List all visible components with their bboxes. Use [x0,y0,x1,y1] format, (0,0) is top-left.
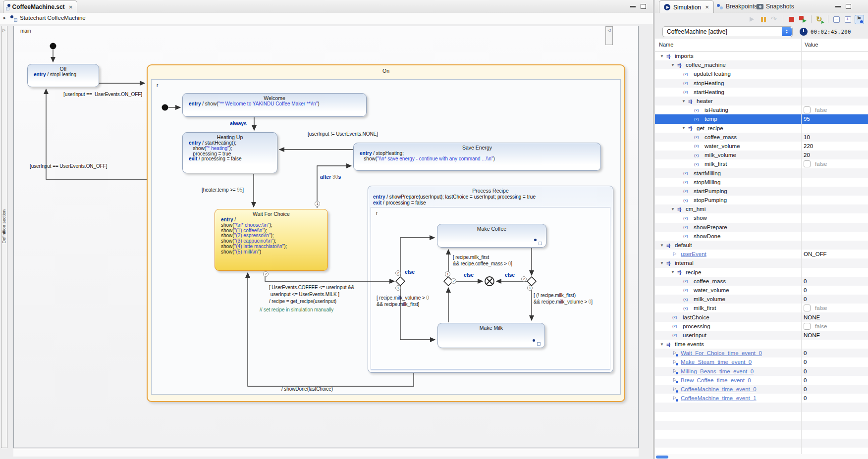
tree-row[interactable]: (x)userInputNONE [655,331,868,340]
scrollbar-thumb[interactable] [656,456,668,459]
tab-simulation[interactable]: Simulation ✕ [659,0,714,13]
diagram-comment[interactable]: // set recipe in simulation manually [260,307,333,312]
tree-row[interactable]: (x)milk_firstfalse [655,159,868,168]
tree-row[interactable]: (x)stopPumping [655,196,868,204]
transition-guard[interactable]: [ (! recipe.milk_first) [534,293,576,298]
transition-effect[interactable]: / showDone(lastChoice) [281,386,333,392]
checkbox[interactable] [804,106,811,113]
transition-guard[interactable]: userInput <= UserEvents.MILK ] [269,292,339,297]
tree-row[interactable]: (x)temp95 [655,114,868,123]
tree-row-name[interactable]: Milling_Beans_time_event_0 [681,368,754,374]
tree-row[interactable]: ▼≡}heater [655,97,868,105]
pause-icon[interactable] [759,15,768,24]
editor-tab[interactable]: CoffeeMachine.sct ✕ [3,0,77,13]
relaunch-icon[interactable] [815,15,824,24]
tree-row[interactable] [655,421,868,430]
collapse-all-icon[interactable] [832,15,841,24]
tree-expander-icon[interactable]: ▼ [682,126,688,130]
tree-row[interactable]: ▼≡}coffee_machine [655,60,868,69]
tree-expander-icon[interactable]: ▼ [671,270,677,274]
flyout-collapse-handle[interactable]: ◁ [605,26,613,45]
editor-hscrollbar[interactable] [13,449,639,457]
tree-row[interactable]: (x)updateHeating [655,69,868,78]
palette-expand-icon[interactable]: ▷ [2,28,5,32]
column-name[interactable]: Name [659,42,673,48]
transition-guard[interactable]: [heater.temp >= 95] [202,187,244,193]
tree-row[interactable]: ⚐Milling_Beans_time_event_00 [655,367,868,376]
transition-trigger[interactable]: always [230,120,247,126]
transition-guard[interactable]: [ recipe.milk_first [453,255,489,260]
transition-guard[interactable]: [userInput == UserEvents.ON_OFF] [30,163,107,169]
state-make-coffee[interactable]: Make Coffee [437,224,546,248]
tree-row[interactable]: (x)stopMilling [655,178,868,187]
tree-row[interactable]: ▼≡}default [655,241,868,250]
tree-row[interactable]: ▼≡}cm_hmi [655,204,868,213]
tree-row[interactable]: (x)lastChoiceNONE [655,312,868,321]
resume-icon[interactable] [747,15,757,24]
tree-row[interactable] [655,412,868,421]
tree-row[interactable]: (x)milk_volume0 [655,295,868,304]
tree-row[interactable]: (x)show [655,213,868,222]
tree-row[interactable]: ▼≡}internal [655,258,868,267]
maximize-icon[interactable] [846,4,851,9]
tree-row[interactable]: (x)startHeating [655,88,868,97]
tree-row[interactable]: (x)isHeatingfalse [655,105,868,114]
stop-icon[interactable] [787,15,796,24]
checkbox[interactable] [804,323,811,330]
tree-row[interactable]: ▼≡}recipe [655,268,868,277]
tree-row-name[interactable]: Brew_Coffee_time_event_0 [681,377,751,383]
tree-row[interactable]: ▼≡}imports [655,51,868,60]
tree-row[interactable]: (x)startMilling [655,168,868,177]
tab-breakpoints[interactable]: Breakpoints [716,0,757,13]
tree-expander-icon[interactable]: ▼ [660,261,666,265]
tree-row[interactable]: (x)showDone [655,232,868,241]
tree-row[interactable]: ⚐Wait_For_Choice_time_event_00 [655,349,868,357]
tree-row[interactable] [655,403,868,411]
tree-row[interactable]: (x)coffee_mass0 [655,277,868,286]
tree-row[interactable]: ▼≡}get_recipe [655,124,868,133]
tree-expander-icon[interactable]: ▼ [660,54,666,58]
tree-expander-icon[interactable]: ▼ [660,243,666,248]
session-select[interactable]: CoffeeMachine [active] ▲ ▼ [662,26,793,37]
state-welcome[interactable]: Welcome entry / show("** Welcome to YAKI… [182,93,367,117]
state-heating-up[interactable]: Heating Up entry / startHeating(); show(… [182,132,277,173]
transition-else[interactable]: else [405,269,415,275]
select-stepper-icon[interactable]: ▲ ▼ [782,27,792,36]
tree-row-name[interactable]: Wait_For_Choice_time_event_0 [681,350,762,356]
tree-row-name[interactable]: CoffeeMachine_time_event_0 [681,386,757,392]
column-divider[interactable] [801,39,802,459]
tree-expander-icon[interactable]: ▼ [660,342,666,347]
transition-else[interactable]: else [505,272,515,278]
state-wait-for-choice[interactable]: Wait For Choice entry /show("\\n* choose… [215,209,328,271]
breadcrumb-item[interactable]: Statechart CoffeeMachine [20,15,86,21]
tree-row[interactable]: (x)milk_volume20 [655,151,868,159]
transition-guard[interactable]: && recipe.coffee_mass > 0] [453,261,512,266]
step-return-icon[interactable] [770,15,779,24]
expand-all-icon[interactable] [843,15,853,24]
tab-snapshots[interactable]: Snapshots [757,0,794,13]
tree-row[interactable]: ⚐CoffeeMachine_time_event_10 [655,394,868,403]
close-icon[interactable]: ✕ [705,4,709,10]
time-events-toggle-icon[interactable] [855,15,864,24]
transition-guard[interactable]: [ UserEvents.COFFEE <= userInput && [269,285,354,290]
terminate-relaunch-icon[interactable] [798,15,808,24]
transition-guard[interactable]: [ recipe.milk_volume > 0 [377,295,429,301]
transition-guard[interactable]: [userInput == UserEvents.ON_OFF] [63,92,142,97]
checkbox[interactable] [804,305,811,311]
panel-hscrollbar[interactable] [655,454,868,459]
tree-expander-icon[interactable]: ▼ [671,207,677,211]
tree-row[interactable]: ▼≡}time events [655,340,868,349]
tree-row[interactable]: (x)startPumping [655,187,868,196]
tree-row[interactable]: (x)stopHeating [655,79,868,88]
transition-guard[interactable]: && recipe.milk_first] [377,302,419,307]
tree-expander-icon[interactable]: ▼ [671,63,677,67]
tree-row-name[interactable]: Make_Steam_time_event_0 [681,359,752,365]
tree-row[interactable]: (x)processingfalse [655,322,868,331]
close-icon[interactable]: ✕ [69,4,73,10]
tree-row[interactable]: (x)water_volume0 [655,286,868,295]
minimize-icon[interactable] [630,6,636,7]
transition-trigger[interactable]: after 30s [320,174,341,180]
breadcrumb-arrow-icon[interactable]: ▸ [3,15,6,20]
maximize-icon[interactable] [641,4,646,9]
tree-row[interactable]: ⚐userEventON_OFF [655,250,868,258]
